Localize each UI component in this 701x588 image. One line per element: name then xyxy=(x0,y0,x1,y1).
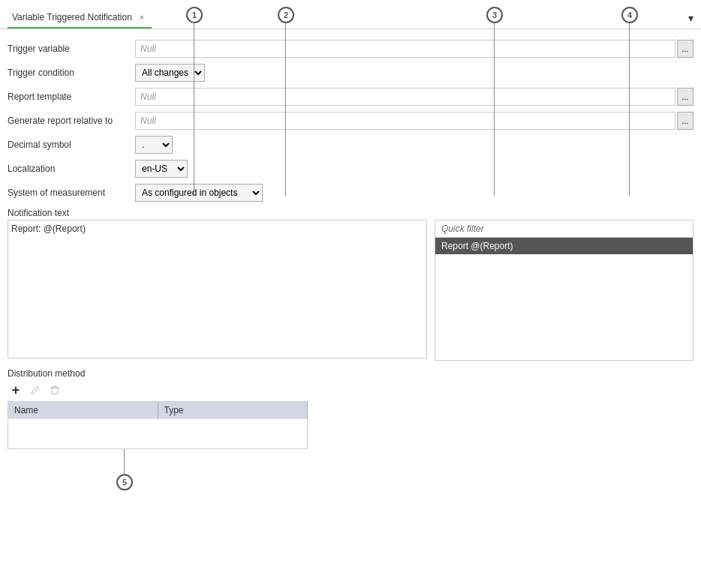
circle-1: 1 xyxy=(186,7,203,23)
generate-report-row: Generate report relative to ... xyxy=(8,109,693,133)
quick-filter-label: Quick filter xyxy=(441,224,484,234)
circle5-area: 5 xyxy=(0,449,701,494)
quick-filter-item-report[interactable]: Report @(Report) xyxy=(435,238,693,254)
tab-close-button[interactable]: × xyxy=(140,14,144,22)
report-template-row: Report template ... xyxy=(8,85,693,109)
vline-1 xyxy=(194,23,194,196)
edit-distribution-button[interactable] xyxy=(27,382,44,398)
notification-textarea-wrapper: Report: @(Report) xyxy=(8,220,427,361)
distribution-label: Distribution method xyxy=(8,368,693,379)
circle-4: 4 xyxy=(621,7,638,23)
trigger-variable-row: Trigger variable ... xyxy=(8,37,693,61)
report-template-input[interactable] xyxy=(135,88,675,106)
vline-2 xyxy=(285,23,286,196)
trigger-variable-label: Trigger variable xyxy=(8,44,135,54)
circle-3: 3 xyxy=(486,7,503,23)
decimal-symbol-control: . , xyxy=(135,136,693,154)
tab-variable-triggered-notification[interactable]: Variable Triggered Notification × xyxy=(8,8,152,28)
vline-3 xyxy=(494,23,495,196)
system-of-measurement-label: System of measurement xyxy=(8,188,135,198)
quick-filter-panel: Quick filter Report @(Report) xyxy=(435,220,693,361)
trigger-variable-control: ... xyxy=(135,40,693,58)
trigger-condition-control: All changes xyxy=(135,64,693,82)
localization-label: Localization xyxy=(8,164,135,174)
decimal-symbol-row: Decimal symbol . , xyxy=(8,133,693,157)
col-type: Type xyxy=(158,402,308,419)
system-of-measurement-row: System of measurement As configured in o… xyxy=(8,181,693,205)
system-of-measurement-control: As configured in objects xyxy=(135,184,693,202)
form-area: Trigger variable ... Trigger condition A… xyxy=(0,29,701,205)
localization-control: en-US xyxy=(135,160,693,178)
generate-report-browse-btn[interactable]: ... xyxy=(677,112,693,130)
report-template-label: Report template xyxy=(8,92,135,102)
tab-bar: Variable Triggered Notification × ▾ xyxy=(0,8,701,29)
report-template-control: ... xyxy=(135,88,693,106)
table-row-empty xyxy=(8,419,308,449)
tab-dropdown-button[interactable]: ▾ xyxy=(688,12,693,24)
report-template-browse-btn[interactable]: ... xyxy=(677,88,693,106)
circle-5: 5 xyxy=(116,474,133,490)
generate-report-label: Generate report relative to xyxy=(8,116,135,126)
circle-2: 2 xyxy=(278,7,294,23)
notification-section: Notification text Report: @(Report) Quic… xyxy=(0,205,701,361)
trigger-condition-row: Trigger condition All changes xyxy=(8,61,693,85)
system-of-measurement-select[interactable]: As configured in objects xyxy=(135,184,263,202)
localization-select[interactable]: en-US xyxy=(135,160,188,178)
add-distribution-button[interactable]: + xyxy=(8,382,24,398)
decimal-symbol-select[interactable]: . , xyxy=(135,136,173,154)
notification-textarea[interactable]: Report: @(Report) xyxy=(8,220,427,358)
col-name: Name xyxy=(8,402,158,419)
localization-row: Localization en-US xyxy=(8,157,693,181)
vline-5 xyxy=(124,449,125,474)
quick-filter-header: Quick filter xyxy=(435,220,693,238)
trigger-variable-browse-btn[interactable]: ... xyxy=(677,40,693,58)
distribution-toolbar: + xyxy=(8,382,693,398)
generate-report-control: ... xyxy=(135,112,693,130)
main-content-row: Report: @(Report) Quick filter Report @(… xyxy=(8,220,693,361)
tab-label: Variable Triggered Notification xyxy=(12,12,132,22)
generate-report-input[interactable] xyxy=(135,112,675,130)
svg-rect-0 xyxy=(52,388,58,394)
quick-filter-list: Report @(Report) xyxy=(435,238,693,360)
trigger-condition-label: Trigger condition xyxy=(8,68,135,78)
decimal-symbol-label: Decimal symbol xyxy=(8,140,135,150)
distribution-section: Distribution method + xyxy=(0,361,701,449)
distribution-table: Name Type xyxy=(8,401,308,449)
notification-text-label: Notification text xyxy=(8,208,693,218)
delete-distribution-button[interactable] xyxy=(47,382,63,398)
vline-4 xyxy=(629,23,630,196)
trigger-condition-select[interactable]: All changes xyxy=(135,64,205,82)
trigger-variable-input[interactable] xyxy=(135,40,675,58)
